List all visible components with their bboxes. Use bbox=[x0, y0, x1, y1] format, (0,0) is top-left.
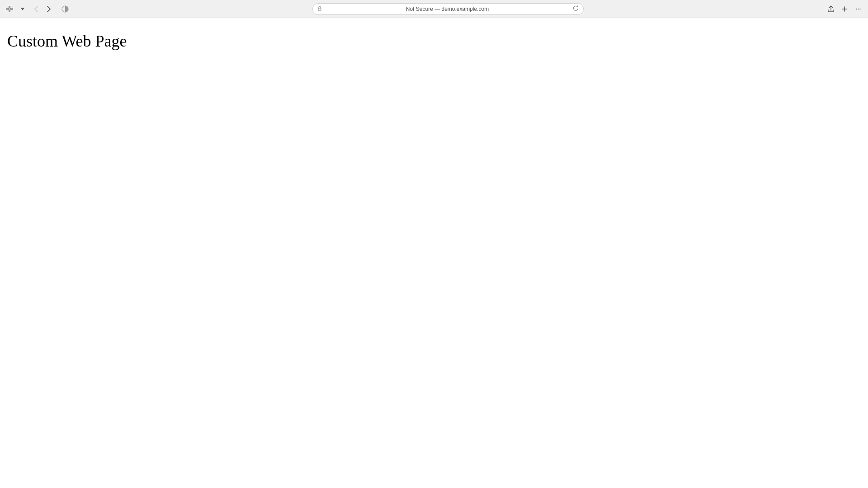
svg-rect-1 bbox=[10, 6, 13, 9]
address-bar-container: Not Secure — demo.example.com bbox=[74, 3, 822, 15]
browser-chrome: Not Secure — demo.example.com ··· bbox=[0, 0, 868, 18]
security-icon bbox=[317, 6, 322, 12]
browser-controls-left bbox=[5, 4, 54, 14]
new-tab-button[interactable] bbox=[839, 4, 850, 14]
back-button[interactable] bbox=[31, 4, 42, 14]
tab-dropdown-icon[interactable] bbox=[16, 4, 29, 14]
address-bar[interactable]: Not Secure — demo.example.com bbox=[312, 3, 584, 15]
tab-grid-icon[interactable] bbox=[5, 5, 14, 13]
page-content: Custom Web Page bbox=[0, 18, 868, 488]
url-display: Not Secure — demo.example.com bbox=[325, 6, 570, 12]
share-button[interactable] bbox=[826, 4, 836, 14]
reload-icon[interactable] bbox=[573, 5, 579, 13]
svg-rect-0 bbox=[6, 6, 9, 9]
page-title: Custom Web Page bbox=[7, 32, 861, 51]
more-button[interactable]: ··· bbox=[853, 4, 863, 14]
browser-controls-right: ··· bbox=[826, 4, 863, 14]
svg-rect-5 bbox=[318, 8, 321, 11]
svg-rect-2 bbox=[6, 9, 9, 12]
forward-button[interactable] bbox=[43, 4, 54, 14]
reader-mode-icon[interactable] bbox=[60, 4, 71, 14]
svg-rect-3 bbox=[10, 9, 13, 12]
